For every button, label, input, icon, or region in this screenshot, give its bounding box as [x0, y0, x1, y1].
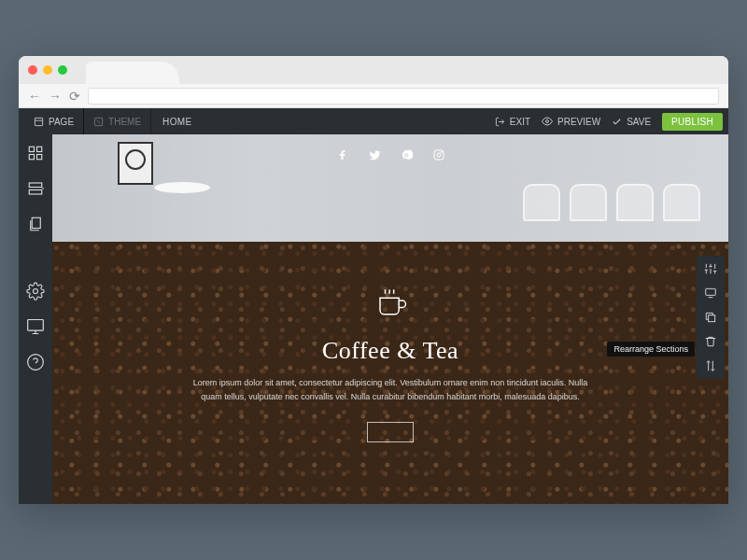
rearrange-icon [704, 359, 717, 372]
svg-rect-9 [32, 217, 40, 228]
blocks-icon [27, 145, 44, 161]
minimize-window-button[interactable] [43, 65, 52, 75]
close-window-button[interactable] [28, 65, 37, 75]
help-icon [26, 353, 45, 371]
page-icon [34, 117, 44, 127]
instagram-icon[interactable] [433, 149, 444, 161]
svg-point-15 [441, 152, 442, 153]
top-bar: PAGE THEME HOME EXIT PREVIEW [19, 108, 728, 134]
left-rail [19, 134, 52, 504]
eye-icon [542, 116, 553, 127]
theme-tab[interactable]: THEME [84, 108, 151, 134]
gear-icon [26, 282, 45, 301]
monitor-small-icon [704, 287, 717, 300]
main-row: Coffee & Tea Lorem ipsum dolor sit amet,… [19, 134, 728, 504]
browser-tabs-bar [19, 56, 728, 84]
svg-rect-0 [35, 118, 42, 125]
tooltip: Rearrange Sections [607, 342, 695, 357]
browser-toolbar: ← → ⟳ [19, 84, 728, 108]
settings-button[interactable] [26, 282, 45, 301]
monitor-icon [26, 317, 45, 336]
canvas: Coffee & Tea Lorem ipsum dolor sit amet,… [52, 134, 728, 504]
current-page-label: HOME [162, 117, 192, 127]
svg-rect-17 [709, 315, 715, 322]
coffee-section[interactable]: Coffee & Tea Lorem ipsum dolor sit amet,… [52, 242, 728, 504]
back-icon[interactable]: ← [28, 89, 41, 104]
site-builder-app: PAGE THEME HOME EXIT PREVIEW [19, 108, 728, 504]
exit-label: EXIT [510, 117, 530, 127]
svg-rect-6 [37, 155, 42, 160]
publish-label: PUBLISH [671, 117, 713, 127]
browser-window: ← → ⟳ PAGE THEME HOME EXIT [19, 56, 728, 504]
browser-tab[interactable] [86, 62, 179, 84]
svg-point-2 [546, 120, 549, 123]
svg-point-10 [34, 289, 38, 294]
section-settings-button[interactable] [703, 261, 718, 276]
svg-rect-4 [37, 147, 42, 151]
forward-icon[interactable]: → [49, 89, 62, 104]
svg-rect-8 [29, 190, 42, 195]
rearrange-sections-button[interactable] [703, 358, 718, 373]
chairs-decor [52, 178, 728, 225]
duplicate-section-button[interactable] [703, 286, 718, 301]
theme-tab-label: THEME [108, 117, 141, 127]
reload-icon[interactable]: ⟳ [69, 89, 80, 104]
svg-rect-11 [28, 320, 44, 331]
pages-icon [27, 216, 44, 232]
add-section-icon [27, 180, 44, 197]
page-tab-label: PAGE [49, 117, 74, 127]
save-button[interactable]: SAVE [612, 117, 651, 127]
svg-point-14 [437, 153, 441, 157]
page-tab[interactable]: PAGE [24, 108, 84, 134]
blocks-button[interactable] [26, 144, 45, 162]
svg-rect-7 [29, 183, 42, 188]
cta-button[interactable] [367, 422, 413, 442]
twitter-icon[interactable] [369, 149, 381, 161]
url-input[interactable] [88, 88, 719, 105]
add-section-button[interactable] [26, 179, 45, 198]
coffee-body: Lorem ipsum dolor sit amet, consectetur … [185, 376, 596, 405]
preview-label: PREVIEW [557, 117, 600, 127]
pages-button[interactable] [26, 215, 45, 233]
window-controls [28, 65, 67, 75]
svg-point-12 [28, 355, 44, 371]
publish-button[interactable]: PUBLISH [662, 113, 723, 131]
cup-icon [368, 279, 413, 324]
svg-rect-16 [706, 288, 716, 295]
save-label: SAVE [627, 117, 651, 127]
svg-rect-3 [29, 147, 34, 151]
copy-section-button[interactable] [703, 310, 718, 325]
hero-section[interactable] [52, 134, 728, 242]
trash-icon [704, 335, 717, 348]
top-bar-left: PAGE THEME HOME [24, 108, 192, 134]
preview-button[interactable]: PREVIEW [542, 116, 600, 127]
check-icon [612, 117, 622, 127]
facebook-icon[interactable] [337, 149, 348, 161]
help-button[interactable] [26, 353, 45, 371]
delete-section-button[interactable] [703, 334, 718, 349]
pinterest-icon[interactable] [402, 149, 413, 161]
theme-icon [93, 117, 104, 127]
section-tools-panel [697, 256, 725, 379]
exit-button[interactable]: EXIT [495, 117, 530, 127]
top-bar-right: EXIT PREVIEW SAVE PUBLISH [495, 113, 723, 131]
exit-icon [495, 117, 505, 127]
copy-icon [704, 311, 717, 324]
svg-rect-5 [29, 155, 34, 160]
coffee-title: Coffee & Tea [322, 337, 458, 365]
social-row [52, 149, 728, 161]
sliders-icon [704, 262, 717, 275]
maximize-window-button[interactable] [58, 65, 67, 75]
desktop-preview-button[interactable] [26, 317, 45, 336]
